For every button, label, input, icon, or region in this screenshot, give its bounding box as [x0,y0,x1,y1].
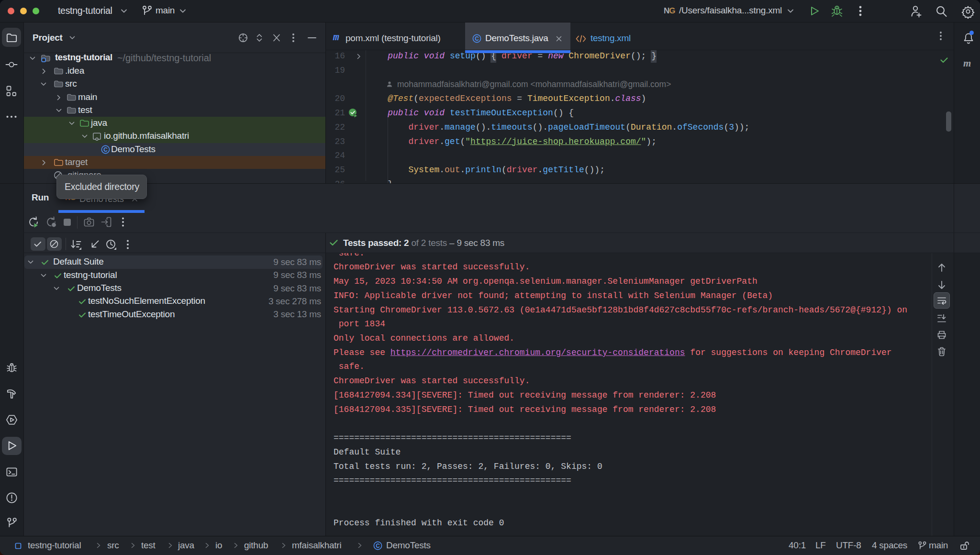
svg-text:C: C [103,146,108,153]
svg-text:C: C [376,543,380,549]
svg-text:C: C [475,35,479,42]
